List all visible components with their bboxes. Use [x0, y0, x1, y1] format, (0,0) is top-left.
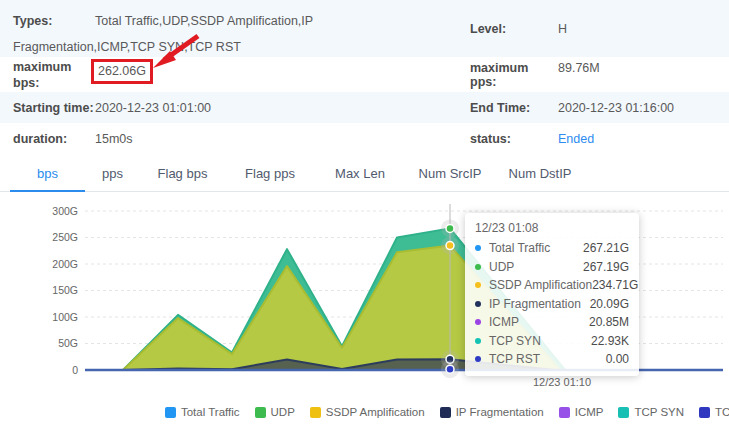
chart-tooltip: 12/23 01:08 Total Traffic267.21GUDP267.1…: [465, 213, 639, 376]
y-axis-tick: 200G: [52, 258, 78, 270]
y-axis-tick: 300G: [52, 205, 78, 217]
start-time-label: Starting time:: [13, 100, 95, 116]
legend-swatch-icon: [440, 407, 451, 418]
level-field: Level:H: [457, 0, 729, 36]
level-label: Level:: [470, 22, 558, 36]
tooltip-series-value: 20.09G: [590, 297, 629, 311]
tooltip-series-value: 0.00: [606, 352, 629, 366]
tooltip-series-value: 22.93K: [591, 334, 629, 348]
tab-num-srcip[interactable]: Num SrcIP: [405, 160, 495, 192]
legend-item-udp[interactable]: UDP: [255, 406, 295, 418]
tooltip-row: Total Traffic267.21G: [475, 239, 629, 258]
y-axis-tick: 150G: [52, 284, 78, 296]
legend-label: UDP: [271, 406, 295, 418]
legend-item-ip-fragmentation[interactable]: IP Fragmentation: [440, 406, 544, 418]
legend-swatch-icon: [165, 407, 176, 418]
info-row-times: Starting time:2020-12-23 01:01:00 End Ti…: [0, 92, 729, 123]
chart-metric-tabbar: bpsppsFlag bpsFlag ppsMax LenNum SrcIPNu…: [0, 156, 729, 192]
end-time-field: End Time:2020-12-23 01:16:00: [457, 101, 729, 115]
traffic-area-chart[interactable]: 300G250G200G150G100G50G012/23 01:10 12/2…: [0, 194, 729, 404]
legend-label: ICMP: [575, 406, 604, 418]
tab-max-len[interactable]: Max Len: [315, 160, 405, 192]
attack-detail-panel: Types:Total Traffic,UDP,SSDP Amplificati…: [0, 0, 729, 436]
hover-dot-icon: [446, 365, 454, 373]
legend-item-icmp[interactable]: ICMP: [559, 406, 604, 418]
tooltip-row: ICMP20.85M: [475, 313, 629, 332]
legend-swatch-icon: [255, 407, 266, 418]
y-axis-tick: 100G: [52, 311, 78, 323]
tooltip-row: SSDP Amplification234.71G: [475, 276, 629, 295]
max-bps-value-highlighted: 262.06G: [91, 59, 153, 84]
info-row-max-bps: maximum bps:262.06G maximum pps:89.76M: [0, 57, 729, 92]
y-axis-tick: 0: [72, 364, 78, 376]
legend-item-ssdp-amplification[interactable]: SSDP Amplification: [310, 406, 425, 418]
tab-pps[interactable]: pps: [85, 160, 140, 192]
tab-flag-bps[interactable]: Flag bps: [140, 160, 225, 192]
types-field: Types:Total Traffic,UDP,SSDP Amplificati…: [0, 0, 457, 60]
tooltip-row: UDP267.19G: [475, 258, 629, 277]
end-time-label: End Time:: [470, 101, 558, 115]
y-axis-tick: 250G: [52, 231, 78, 243]
legend-label: IP Fragmentation: [456, 406, 544, 418]
max-pps-value: 89.76M: [558, 61, 600, 75]
tooltip-series-name: Total Traffic: [489, 241, 583, 255]
tab-num-dstip[interactable]: Num DstIP: [495, 160, 585, 192]
max-bps-label: maximum bps:: [13, 59, 95, 91]
legend-swatch-icon: [699, 407, 710, 418]
tooltip-row: TCP RST0.00: [475, 350, 629, 369]
legend-swatch-icon: [559, 407, 570, 418]
legend-item-total-traffic[interactable]: Total Traffic: [165, 406, 240, 418]
max-pps-label: maximum pps:: [470, 61, 558, 89]
y-axis-tick: 50G: [58, 337, 78, 349]
legend-label: Total Traffic: [181, 406, 240, 418]
legend-swatch-icon: [618, 407, 629, 418]
tooltip-series-value: 267.21G: [583, 241, 629, 255]
series-dot-icon: [475, 356, 481, 362]
tooltip-series-name: TCP SYN: [489, 334, 591, 348]
tooltip-series-name: UDP: [489, 260, 583, 274]
legend-label: TCP SYN: [634, 406, 684, 418]
legend-label: SSDP Amplification: [326, 406, 425, 418]
level-value: H: [558, 22, 567, 36]
status-label: status:: [470, 132, 558, 146]
tooltip-series-name: TCP RST: [489, 352, 606, 366]
legend-item-tcp-rst[interactable]: TCP RST: [699, 406, 729, 418]
duration-value: 15m0s: [95, 132, 133, 146]
start-time-field: Starting time:2020-12-23 01:01:00: [0, 100, 457, 116]
start-time-value: 2020-12-23 01:01:00: [95, 101, 211, 115]
duration-label: duration:: [13, 131, 95, 147]
tooltip-series-name: SSDP Amplification: [489, 278, 592, 292]
legend-label: TCP RST: [715, 406, 729, 418]
series-dot-icon: [475, 319, 481, 325]
tooltip-row: TCP SYN22.93K: [475, 332, 629, 351]
tooltip-series-value: 20.85M: [589, 315, 629, 329]
legend-item-tcp-syn[interactable]: TCP SYN: [618, 406, 684, 418]
info-row-duration: duration:15m0s status:Ended: [0, 123, 729, 154]
duration-field: duration:15m0s: [0, 131, 457, 147]
tooltip-rows: Total Traffic267.21GUDP267.19GSSDP Ampli…: [475, 239, 629, 369]
tooltip-series-name: ICMP: [489, 315, 589, 329]
tooltip-row: IP Fragmentation20.09G: [475, 295, 629, 314]
tab-flag-pps[interactable]: Flag pps: [225, 160, 315, 192]
max-pps-field: maximum pps:89.76M: [457, 61, 729, 89]
hover-dot-icon: [446, 242, 454, 250]
status-value-link[interactable]: Ended: [558, 132, 594, 146]
series-dot-icon: [475, 264, 481, 270]
tab-bps[interactable]: bps: [10, 160, 85, 192]
end-time-value: 2020-12-23 01:16:00: [558, 101, 674, 115]
tooltip-series-value: 267.19G: [583, 260, 629, 274]
types-label: Types:: [13, 8, 95, 34]
tooltip-series-name: IP Fragmentation: [489, 297, 590, 311]
status-field: status:Ended: [457, 132, 729, 146]
series-dot-icon: [475, 245, 481, 251]
series-dot-icon: [475, 338, 481, 344]
max-bps-field: maximum bps:262.06G: [0, 59, 457, 91]
info-row-types: Types:Total Traffic,UDP,SSDP Amplificati…: [0, 0, 729, 57]
tooltip-timestamp: 12/23 01:08: [475, 221, 629, 235]
series-dot-icon: [475, 301, 481, 307]
legend-swatch-icon: [310, 407, 321, 418]
x-axis-tick: 12/23 01:10: [533, 376, 591, 388]
chart-legend: Total TrafficUDPSSDP AmplificationIP Fra…: [200, 406, 729, 418]
series-dot-icon: [475, 282, 481, 288]
hover-dot-icon: [446, 224, 454, 232]
